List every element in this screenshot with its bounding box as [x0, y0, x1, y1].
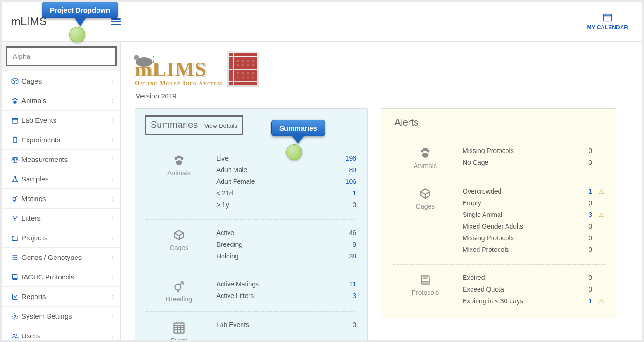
row-label: Breeding: [216, 240, 242, 250]
sidebar-item-iacuc-protocols[interactable]: IACUC Protocols‹: [2, 267, 120, 287]
book-icon: [11, 273, 21, 281]
summaries-view-details-link[interactable]: View Details: [204, 122, 237, 129]
sidebar-item-reports[interactable]: Reports‹: [2, 287, 120, 307]
data-row: Active Litters3: [216, 290, 356, 302]
users-icon: [11, 332, 21, 340]
row-label: Active Litters: [216, 291, 254, 301]
chevron-left-icon: ‹: [111, 311, 113, 321]
paw-icon: [172, 154, 186, 167]
list-icon: [11, 254, 21, 261]
chevron-left-icon: ‹: [111, 292, 113, 301]
calendar-grid-icon: [172, 321, 186, 334]
sidebar-item-animals[interactable]: Animals‹: [2, 91, 120, 111]
sidebar-item-experiments[interactable]: Experiments‹: [2, 130, 120, 150]
data-row: Adult Female106: [216, 176, 356, 188]
trophy-icon: [11, 215, 21, 222]
row-label: Expired: [463, 273, 485, 283]
sidebar-item-label: Genes / Genotypes: [21, 253, 111, 261]
value-link[interactable]: 38: [349, 252, 356, 260]
value-link[interactable]: 1: [589, 188, 592, 195]
data-row: Missing Protocols0⚠: [463, 145, 605, 157]
svg-point-11: [13, 334, 15, 336]
sidebar-item-projects[interactable]: Projects‹: [2, 228, 120, 248]
sidebar-item-measurements[interactable]: Measurements‹: [2, 150, 120, 169]
value-link[interactable]: 8: [353, 241, 356, 248]
project-dropdown[interactable]: Alpha: [6, 46, 117, 66]
data-row: Exceed Quota0⚠: [463, 284, 605, 295]
row-label: > 1y: [216, 200, 229, 210]
svg-point-9: [13, 197, 16, 201]
value-text: 0: [589, 246, 592, 253]
value-link[interactable]: 3: [589, 211, 592, 218]
row-label: Expiring in ≤ 30 days: [463, 296, 523, 306]
my-calendar-link[interactable]: MY CALENDAR: [587, 12, 628, 31]
row-label: Exceed Quota: [463, 285, 504, 294]
svg-point-1: [12, 98, 14, 100]
sidebar-item-samples[interactable]: Samples‹: [2, 169, 120, 189]
chevron-left-icon: ‹: [111, 194, 113, 203]
chevron-left-icon: ‹: [111, 272, 113, 282]
data-row: Active46: [216, 227, 356, 239]
sidebar-item-label: Samples: [21, 175, 111, 183]
value-link[interactable]: 11: [349, 280, 356, 288]
value-link[interactable]: 106: [346, 178, 356, 185]
chart-icon: [11, 293, 21, 300]
svg-point-19: [176, 160, 182, 165]
value-link[interactable]: 89: [349, 166, 356, 174]
value-link[interactable]: 1: [589, 297, 592, 305]
sidebar-item-users[interactable]: Users‹: [2, 326, 120, 342]
my-calendar-label: MY CALENDAR: [587, 24, 628, 31]
chevron-left-icon: ‹: [111, 233, 113, 243]
paw-icon: [11, 97, 21, 105]
sidebar-item-matings[interactable]: Matings‹: [2, 189, 120, 209]
value-link[interactable]: 46: [349, 229, 356, 237]
chevron-left-icon: ‹: [111, 331, 113, 341]
brand-title: mLIMS: [11, 15, 47, 28]
data-row: Breeding8: [216, 239, 356, 251]
svg-point-25: [427, 150, 430, 153]
alerts-animals-label: Animals: [414, 162, 437, 169]
callout-target-dot: [69, 27, 85, 42]
alerts-title: Alerts: [393, 117, 605, 133]
sidebar-item-label: Animals: [21, 97, 111, 105]
sidebar-item-label: Projects: [21, 234, 111, 242]
sidebar-item-label: IACUC Protocols: [21, 273, 111, 281]
summaries-animals-label: Animals: [167, 169, 191, 177]
sidebar-item-litters[interactable]: Litters‹: [2, 209, 120, 228]
box-icon: [172, 229, 186, 241]
value-text: 0: [589, 234, 592, 242]
sidebar-item-genes-genotypes[interactable]: Genes / Genotypes‹: [2, 248, 120, 267]
value-text: 0: [353, 201, 356, 209]
svg-point-18: [181, 157, 184, 160]
alerts-cages-label: Cages: [416, 202, 435, 210]
value-link[interactable]: 196: [346, 154, 356, 162]
data-row: Single Animal3⚠: [463, 209, 605, 221]
row-label: Lab Events: [216, 320, 249, 330]
gender-icon: [172, 280, 186, 293]
data-row: Holding38: [216, 251, 356, 262]
sidebar-item-cages[interactable]: Cages‹: [2, 71, 120, 91]
row-label: Mixed Protocols: [463, 245, 509, 255]
svg-rect-8: [14, 136, 16, 138]
data-row: Active Matings11: [216, 279, 356, 290]
sidebar-item-lab-events[interactable]: Lab Events‹: [2, 111, 120, 130]
gender-icon: [11, 195, 21, 202]
row-label: Adult Male: [216, 165, 247, 175]
row-label: Active: [216, 228, 234, 238]
value-text: 0: [589, 147, 592, 154]
data-row: Adult Male89: [216, 164, 356, 176]
sidebar-item-system-settings[interactable]: System Settings‹: [2, 307, 120, 326]
svg-rect-7: [13, 137, 17, 143]
sidebar-item-label: Measurements: [21, 155, 111, 163]
folder-icon: [11, 234, 21, 242]
warning-icon: ⚠: [599, 297, 605, 305]
value-link[interactable]: 3: [353, 292, 356, 300]
warning-icon: ⚠: [599, 188, 605, 195]
svg-point-10: [14, 315, 16, 317]
value-text: 0: [589, 286, 592, 293]
row-label: Mixed Gender Adults: [463, 222, 523, 231]
value-text: 0: [353, 321, 356, 328]
value-link[interactable]: 1: [353, 189, 356, 197]
warning-icon: ⚠: [599, 211, 605, 218]
rack-graphic: [227, 51, 259, 87]
